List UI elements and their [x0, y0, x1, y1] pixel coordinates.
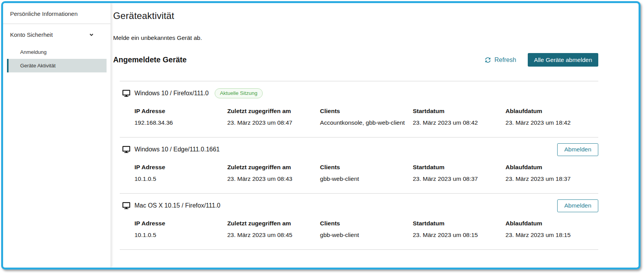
- device-clients-value: Accountkonsole, gbb-web-client: [320, 119, 413, 126]
- column-label-ip: IP Adresse: [134, 220, 227, 227]
- device-row: Windows 10 / Firefox/111.0 Aktuelle Sitz…: [120, 81, 598, 137]
- device-start-cell: Startdatum 23. März 2023 um 08:42: [413, 107, 505, 126]
- device-row: Mac OS X 10.15 / Firefox/111.0 Abmelden …: [120, 194, 598, 250]
- device-expires-value: 23. März 2023 um 18:42: [506, 119, 598, 126]
- device-header: Mac OS X 10.15 / Firefox/111.0 Abmelden: [120, 199, 598, 212]
- device-ip-value: 10.1.0.5: [134, 175, 227, 182]
- sidebar-item-geraete-aktivitaet[interactable]: Geräte Aktivität: [7, 59, 107, 72]
- column-label-ip: IP Adresse: [134, 107, 227, 115]
- device-list: Windows 10 / Firefox/111.0 Aktuelle Sitz…: [120, 81, 598, 250]
- sync-icon: [485, 57, 491, 63]
- desktop-monitor-icon: [122, 90, 130, 97]
- device-last-access-cell: Zuletzt zugegriffen am 23. März 2023 um …: [227, 107, 320, 126]
- current-session-badge: Aktuelle Sitzung: [215, 88, 263, 98]
- app-window: Persönliche Informationen Konto Sicherhe…: [1, 1, 641, 270]
- device-ip-cell: IP Adresse 10.1.0.5: [134, 163, 227, 182]
- device-start-cell: Startdatum 23. März 2023 um 08:37: [413, 163, 505, 182]
- page-title: Geräteaktivität: [113, 10, 598, 21]
- device-last-access-cell: Zuletzt zugegriffen am 23. März 2023 um …: [227, 163, 320, 182]
- device-header: Windows 10 / Edge/111.0.1661 Abmelden: [120, 143, 598, 156]
- column-label-start: Startdatum: [413, 107, 505, 115]
- device-name: Windows 10 / Firefox/111.0: [134, 90, 209, 97]
- device-start-value: 23. März 2023 um 08:42: [413, 119, 505, 126]
- device-ip-value: 192.168.34.36: [134, 119, 227, 126]
- device-name: Mac OS X 10.15 / Firefox/111.0: [134, 202, 220, 209]
- device-expires-value: 23. März 2023 um 18:37: [506, 175, 598, 182]
- column-label-clients: Clients: [320, 163, 413, 171]
- page-description: Melde ein unbekanntes Gerät ab.: [113, 34, 598, 41]
- column-label-start: Startdatum: [413, 220, 505, 227]
- desktop-monitor-icon: [122, 146, 130, 153]
- device-last-access-cell: Zuletzt zugegriffen am 23. März 2023 um …: [227, 220, 320, 239]
- device-expires-cell: Ablaufdatum 23. März 2023 um 18:42: [506, 107, 598, 126]
- column-label-clients: Clients: [320, 107, 413, 115]
- main-content: Geräteaktivität Melde ein unbekanntes Ge…: [111, 3, 639, 268]
- refresh-label: Refresh: [494, 57, 516, 64]
- device-clients-value: gbb-web-client: [320, 231, 413, 239]
- device-ip-value: 10.1.0.5: [134, 231, 227, 239]
- device-last-access-value: 23. März 2023 um 08:45: [227, 231, 320, 239]
- sign-out-device-button[interactable]: Abmelden: [557, 143, 598, 156]
- column-label-start: Startdatum: [413, 163, 505, 171]
- device-clients-cell: Clients gbb-web-client: [320, 163, 413, 182]
- device-header: Windows 10 / Firefox/111.0 Aktuelle Sitz…: [120, 87, 598, 100]
- device-clients-value: gbb-web-client: [320, 175, 413, 182]
- device-clients-cell: Clients gbb-web-client: [320, 220, 413, 239]
- column-label-expires: Ablaufdatum: [506, 163, 598, 171]
- sign-out-device-button[interactable]: Abmelden: [557, 199, 598, 212]
- section-header: Angemeldete Geräte Refresh Alle Geräte a…: [113, 53, 598, 67]
- device-expires-cell: Ablaufdatum 23. März 2023 um 18:15: [506, 220, 598, 239]
- device-start-value: 23. März 2023 um 08:37: [413, 175, 505, 182]
- desktop-monitor-icon: [122, 202, 130, 209]
- device-details: IP Adresse 10.1.0.5 Zuletzt zugegriffen …: [134, 163, 598, 182]
- device-details: IP Adresse 10.1.0.5 Zuletzt zugegriffen …: [134, 220, 598, 239]
- device-expires-value: 23. März 2023 um 18:15: [506, 231, 598, 239]
- chevron-down-icon: [89, 32, 94, 38]
- column-label-last-access: Zuletzt zugegriffen am: [227, 107, 320, 115]
- device-row: Windows 10 / Edge/111.0.1661 Abmelden IP…: [120, 137, 598, 194]
- device-last-access-value: 23. März 2023 um 08:47: [227, 119, 320, 126]
- device-start-value: 23. März 2023 um 08:15: [413, 231, 505, 239]
- sidebar-item-anmeldung[interactable]: Anmeldung: [7, 45, 107, 59]
- device-last-access-value: 23. März 2023 um 08:43: [227, 175, 320, 182]
- sidebar-group-account-security[interactable]: Konto Sicherheit: [7, 24, 107, 45]
- column-label-last-access: Zuletzt zugegriffen am: [227, 220, 320, 227]
- column-label-last-access: Zuletzt zugegriffen am: [227, 163, 320, 171]
- device-expires-cell: Ablaufdatum 23. März 2023 um 18:37: [506, 163, 598, 182]
- sign-out-all-devices-button[interactable]: Alle Geräte abmelden: [528, 53, 598, 67]
- device-ip-cell: IP Adresse 10.1.0.5: [134, 220, 227, 239]
- device-details: IP Adresse 192.168.34.36 Zuletzt zugegri…: [134, 107, 598, 126]
- sidebar-subnav: Anmeldung Geräte Aktivität: [3, 45, 110, 72]
- column-label-ip: IP Adresse: [134, 163, 227, 171]
- column-label-clients: Clients: [320, 220, 413, 227]
- sidebar-group-label: Konto Sicherheit: [10, 31, 53, 38]
- device-clients-cell: Clients Accountkonsole, gbb-web-client: [320, 107, 413, 126]
- device-ip-cell: IP Adresse 192.168.34.36: [134, 107, 227, 126]
- device-start-cell: Startdatum 23. März 2023 um 08:15: [413, 220, 505, 239]
- refresh-link[interactable]: Refresh: [485, 57, 516, 64]
- sidebar-item-personal-info[interactable]: Persönliche Informationen: [7, 4, 107, 24]
- device-name: Windows 10 / Edge/111.0.1661: [134, 146, 220, 153]
- column-label-expires: Ablaufdatum: [506, 107, 598, 115]
- column-label-expires: Ablaufdatum: [506, 220, 598, 227]
- section-title: Angemeldete Geräte: [113, 55, 485, 64]
- sidebar: Persönliche Informationen Konto Sicherhe…: [3, 3, 111, 268]
